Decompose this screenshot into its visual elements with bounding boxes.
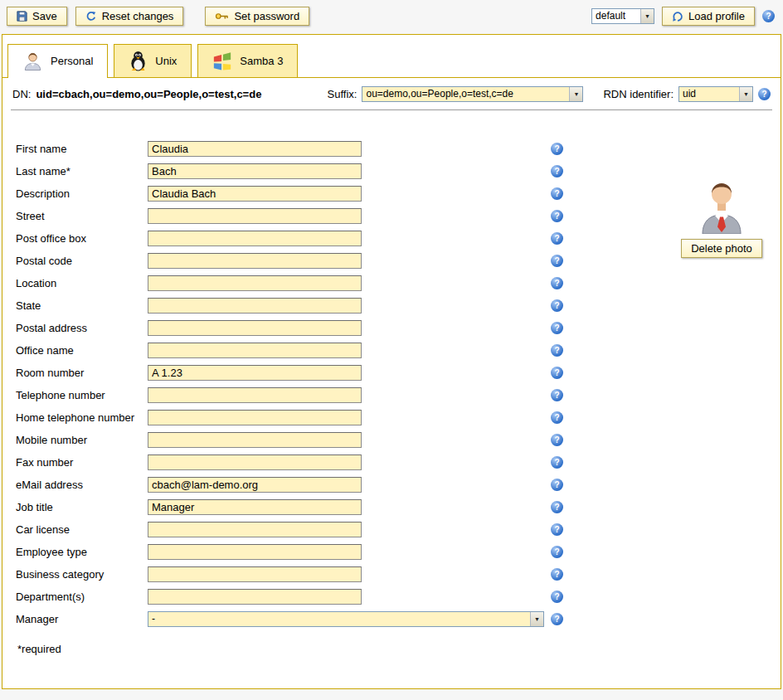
field-group: Telephone number ? Home telephone number…: [16, 386, 781, 493]
help-icon[interactable]: ?: [551, 389, 563, 401]
help-icon[interactable]: ?: [551, 143, 563, 155]
help-icon[interactable]: ?: [551, 165, 563, 177]
tab-samba3[interactable]: Samba 3: [197, 44, 298, 77]
help-icon[interactable]: ?: [551, 613, 563, 625]
required-note: *required: [17, 643, 781, 655]
help-icon[interactable]: ?: [551, 299, 563, 312]
help-icon-rdn[interactable]: ?: [758, 88, 771, 100]
tab-personal-label: Personal: [51, 55, 93, 67]
set-password-button[interactable]: Set password: [205, 7, 309, 26]
field-input[interactable]: [148, 298, 362, 314]
help-icon[interactable]: ?: [551, 411, 563, 424]
dn-bar: DN: uid=cbach,ou=demo,ou=People,o=test,c…: [2, 78, 781, 109]
field-wrap: [148, 566, 551, 582]
help-icon[interactable]: ?: [551, 210, 563, 222]
form-row: Manager -▼ ?: [16, 610, 781, 628]
help-icon-toolbar[interactable]: ?: [762, 10, 775, 22]
field-wrap: [148, 186, 551, 202]
chevron-down-icon: ▼: [739, 87, 752, 101]
chevron-down-icon: ▼: [530, 612, 543, 626]
field-input[interactable]: [148, 566, 362, 582]
field-input[interactable]: [148, 522, 362, 537]
field-label: Business category: [16, 568, 148, 581]
suffix-select[interactable]: ou=demo,ou=People,o=test,c=de ▼: [362, 86, 583, 102]
field-input[interactable]: [148, 343, 362, 358]
help-icon[interactable]: ?: [551, 255, 563, 267]
field-input[interactable]: [148, 141, 362, 157]
field-wrap: [148, 163, 551, 179]
field-label: Job title: [16, 501, 148, 513]
delete-photo-label: Delete photo: [691, 242, 752, 255]
field-input[interactable]: [148, 320, 362, 336]
form-row: Room number ?: [16, 364, 781, 382]
help-icon[interactable]: ?: [551, 344, 563, 357]
tab-bar: Personal Unix Samba 3: [2, 35, 781, 78]
help-icon[interactable]: ?: [551, 523, 563, 536]
field-input[interactable]: [148, 455, 362, 470]
field-label: eMail address: [16, 479, 148, 491]
field-wrap: -▼: [148, 611, 551, 627]
field-wrap: [148, 298, 551, 314]
help-icon[interactable]: ?: [551, 479, 563, 491]
help-icon[interactable]: ?: [551, 591, 563, 603]
field-input[interactable]: [148, 499, 362, 515]
field-input[interactable]: [148, 544, 362, 560]
field-label: Car license: [16, 523, 148, 536]
field-label: Post office box: [16, 232, 148, 245]
help-icon[interactable]: ?: [551, 501, 563, 513]
field-wrap: [148, 275, 551, 291]
windows-flag-icon: [212, 51, 232, 70]
profile-select-value: default: [592, 9, 640, 23]
help-icon[interactable]: ?: [551, 546, 563, 558]
field-input[interactable]: [148, 410, 362, 425]
account-edit-panel: Personal Unix Samba 3 DN: uid=cbach,ou=d…: [2, 34, 781, 689]
field-label: Department(s): [16, 591, 148, 603]
form-row: Business category ?: [16, 566, 781, 583]
help-icon[interactable]: ?: [551, 367, 563, 379]
help-icon[interactable]: ?: [551, 568, 563, 581]
delete-photo-button[interactable]: Delete photo: [681, 239, 762, 258]
tab-unix[interactable]: Unix: [114, 44, 192, 77]
help-icon[interactable]: ?: [551, 187, 563, 200]
load-profile-button[interactable]: Load profile: [662, 7, 755, 26]
form-row: Postal code ?: [16, 252, 781, 270]
form-row: First name ?: [16, 140, 781, 158]
form-row: Telephone number ?: [16, 386, 781, 404]
help-icon[interactable]: ?: [551, 456, 563, 469]
field-input[interactable]: [148, 275, 362, 291]
field-input[interactable]: [148, 432, 362, 448]
field-label: Home telephone number: [16, 411, 148, 424]
field-input[interactable]: [148, 589, 362, 605]
field-label: Room number: [16, 367, 148, 379]
help-icon[interactable]: ?: [551, 322, 563, 334]
dn-value: uid=cbach,ou=demo,ou=People,o=test,c=de: [36, 88, 261, 100]
field-group: First name ? Last name* ? Description ?: [16, 140, 781, 202]
form-row: Car license ?: [16, 521, 781, 538]
field-input[interactable]: [148, 163, 362, 179]
form-fields: First name ? Last name* ? Description ? …: [2, 110, 781, 628]
field-input[interactable]: [148, 365, 362, 381]
field-label: Fax number: [16, 456, 148, 469]
field-input[interactable]: [148, 477, 362, 493]
help-icon[interactable]: ?: [551, 434, 563, 446]
manager-select[interactable]: -▼: [148, 611, 544, 627]
field-wrap: [148, 208, 551, 224]
field-input[interactable]: [148, 387, 362, 403]
form-row: Street ?: [16, 207, 781, 225]
tab-personal[interactable]: Personal: [7, 44, 108, 78]
field-input[interactable]: [148, 186, 362, 202]
save-button[interactable]: Save: [7, 7, 67, 26]
field-wrap: [148, 231, 551, 246]
field-input[interactable]: [148, 208, 362, 224]
rdn-identifier-select[interactable]: uid ▼: [678, 86, 753, 102]
reset-changes-button[interactable]: Reset changes: [75, 7, 184, 26]
key-icon: [215, 12, 229, 21]
field-input[interactable]: [148, 231, 362, 246]
help-icon[interactable]: ?: [551, 277, 563, 289]
help-icon[interactable]: ?: [551, 232, 563, 245]
field-wrap: [148, 477, 551, 493]
field-group: Street ? Post office box ? Postal code ?…: [16, 207, 781, 382]
profile-select[interactable]: default ▼: [591, 8, 654, 24]
field-group: Job title ? Car license ? Employee type …: [16, 498, 781, 628]
field-input[interactable]: [148, 253, 362, 269]
